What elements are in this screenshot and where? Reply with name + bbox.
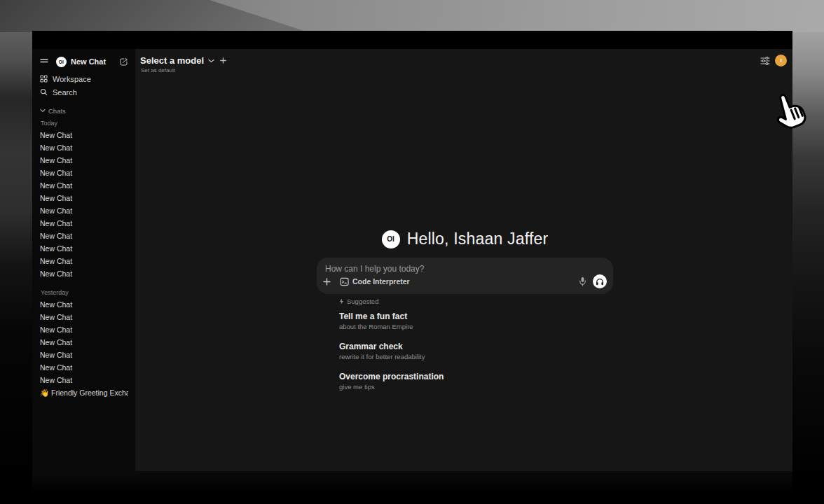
- chat-list: TodayNew ChatNew ChatNew ChatNew ChatNew…: [40, 120, 128, 399]
- search-icon: [40, 88, 48, 96]
- wallpaper-left: [0, 32, 32, 504]
- chevron-down-icon: [208, 59, 214, 63]
- chevron-down-icon: [40, 108, 46, 113]
- user-avatar[interactable]: I: [775, 55, 787, 66]
- chat-item[interactable]: New Chat: [40, 154, 128, 167]
- suggested-prompt-title: Tell me a fun fact: [339, 312, 613, 321]
- search-label: Search: [53, 88, 77, 97]
- suggested-prompt-title: Grammar check: [339, 342, 613, 351]
- chat-item[interactable]: New Chat: [40, 230, 128, 242]
- suggested-prompt-subtitle: give me tips: [339, 383, 613, 391]
- headphones-icon: [596, 278, 604, 286]
- chat-item[interactable]: New Chat: [40, 298, 128, 311]
- chat-item[interactable]: New Chat: [40, 242, 128, 255]
- workspace-label: Workspace: [53, 75, 91, 83]
- chat-item[interactable]: New Chat: [40, 349, 128, 361]
- code-interpreter-icon: [340, 277, 349, 286]
- chat-item[interactable]: New Chat: [40, 323, 128, 336]
- add-model-icon[interactable]: [220, 57, 226, 64]
- header-right-controls: I: [760, 55, 787, 66]
- suggested-section: Suggested Tell me a fun factabout the Ro…: [339, 298, 613, 402]
- suggested-prompt[interactable]: Overcome procrastinationgive me tips: [339, 372, 613, 391]
- sidebar-item-search[interactable]: Search: [40, 85, 128, 99]
- model-selector-label: Select a model: [140, 55, 204, 66]
- chat-item[interactable]: New Chat: [40, 336, 128, 349]
- suggested-list: Tell me a fun factabout the Roman Empire…: [339, 312, 613, 391]
- code-interpreter-toggle[interactable]: Code Interpreter: [340, 277, 410, 286]
- code-interpreter-label: Code Interpreter: [352, 277, 410, 286]
- sidebar: OI New Chat Workspace Searc: [32, 49, 135, 471]
- suggested-prompt-subtitle: rewrite it for better readability: [339, 353, 613, 360]
- chat-item[interactable]: New Chat: [40, 204, 128, 217]
- attach-plus-icon[interactable]: [323, 278, 331, 286]
- chat-group-label: Yesterday: [41, 289, 128, 296]
- chat-item[interactable]: New Chat: [40, 255, 128, 267]
- chat-item[interactable]: New Chat: [40, 167, 128, 179]
- controls-sliders-icon[interactable]: [760, 57, 770, 65]
- greeting-text: Hello, Ishaan Jaffer: [407, 230, 549, 248]
- suggested-prompt-title: Overcome procrastination: [339, 372, 613, 382]
- window-titlebar: [32, 31, 792, 49]
- message-input[interactable]: How can I help you today?: [325, 264, 605, 274]
- main-area: Select a model Set as default I: [135, 49, 792, 471]
- app-body: OI New Chat Workspace Searc: [32, 49, 792, 471]
- openwebui-logo: OI: [382, 230, 400, 248]
- app-window: OI New Chat Workspace Searc: [32, 31, 792, 471]
- set-default-link[interactable]: Set as default: [141, 67, 175, 74]
- suggested-label: Suggested: [347, 298, 378, 305]
- bolt-icon: [339, 298, 344, 304]
- chat-item[interactable]: New Chat: [40, 179, 128, 192]
- wallpaper-right: [792, 32, 824, 504]
- greeting: OI Hello, Ishaan Jaffer: [317, 230, 613, 248]
- new-chat-icon[interactable]: [119, 57, 128, 66]
- chat-group-label: Today: [41, 120, 128, 127]
- chat-item[interactable]: New Chat: [40, 311, 128, 323]
- chat-item[interactable]: New Chat: [40, 129, 128, 141]
- chat-item[interactable]: 👋 Friendly Greeting Exchange: [40, 386, 128, 399]
- chats-label: Chats: [48, 107, 66, 115]
- chat-item[interactable]: New Chat: [40, 217, 128, 230]
- chat-item[interactable]: New Chat: [40, 267, 128, 280]
- message-composer[interactable]: How can I help you today? Code Interpret…: [317, 258, 613, 294]
- suggested-header: Suggested: [339, 298, 613, 305]
- voice-call-button[interactable]: [593, 274, 607, 288]
- chat-item[interactable]: New Chat: [40, 374, 128, 386]
- composer-toolbar: Code Interpreter: [317, 273, 613, 290]
- chat-item[interactable]: New Chat: [40, 141, 128, 154]
- workspace-icon: [40, 75, 48, 83]
- sidebar-toggle-icon[interactable]: [40, 58, 48, 65]
- suggested-prompt-subtitle: about the Roman Empire: [339, 323, 613, 330]
- sidebar-app-title: New Chat: [71, 57, 119, 66]
- model-selector[interactable]: Select a model: [140, 55, 226, 66]
- suggested-prompt[interactable]: Tell me a fun factabout the Roman Empire: [339, 312, 613, 330]
- desktop: OI New Chat Workspace Searc: [0, 0, 824, 504]
- suggested-prompt[interactable]: Grammar checkrewrite it for better reada…: [339, 342, 613, 360]
- sidebar-header: OI New Chat: [40, 55, 128, 69]
- openwebui-logo: OI: [56, 57, 67, 67]
- wallpaper-bottom: [32, 471, 792, 504]
- microphone-icon[interactable]: [579, 276, 586, 286]
- chats-section-toggle[interactable]: Chats: [40, 106, 128, 115]
- chat-item[interactable]: New Chat: [40, 192, 128, 204]
- chat-item[interactable]: New Chat: [40, 361, 128, 374]
- sidebar-item-workspace[interactable]: Workspace: [40, 72, 128, 85]
- main-header: Select a model Set as default I: [135, 49, 792, 80]
